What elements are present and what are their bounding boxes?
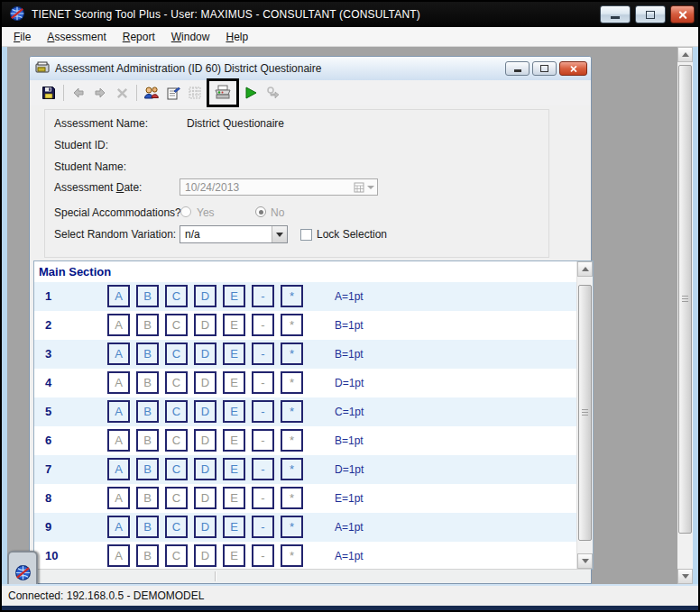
print-button[interactable] bbox=[213, 83, 233, 103]
answer-button-6-D[interactable]: D bbox=[194, 429, 216, 452]
answer-button-3-E[interactable]: E bbox=[223, 343, 245, 365]
back-button[interactable] bbox=[68, 82, 89, 104]
answer-button-8-D[interactable]: D bbox=[194, 487, 216, 509]
answer-button-8-E[interactable]: E bbox=[223, 487, 245, 509]
answer-button-10--[interactable]: - bbox=[252, 544, 274, 567]
answer-button-10-*[interactable]: * bbox=[281, 544, 303, 567]
lock-selection-checkbox[interactable] bbox=[300, 229, 312, 241]
answer-button-6-*[interactable]: * bbox=[281, 429, 303, 452]
answer-button-8--[interactable]: - bbox=[252, 487, 274, 509]
answer-button-6-E[interactable]: E bbox=[223, 429, 245, 452]
answer-button-9-C[interactable]: C bbox=[165, 516, 188, 538]
answer-button-8-B[interactable]: B bbox=[136, 487, 159, 509]
assessment-date-field[interactable]: 10/24/2013 bbox=[180, 178, 378, 196]
scroll-up-button[interactable] bbox=[577, 261, 593, 277]
child-restore-button[interactable] bbox=[532, 61, 557, 76]
answer-button-3-D[interactable]: D bbox=[194, 343, 216, 365]
answer-button-4-*[interactable]: * bbox=[281, 371, 303, 394]
answer-button-5-C[interactable]: C bbox=[165, 400, 188, 423]
mdi-scrollbar[interactable] bbox=[677, 47, 693, 584]
answer-button-1-E[interactable]: E bbox=[223, 285, 245, 307]
scrollbar-thumb[interactable] bbox=[578, 285, 592, 541]
answer-button-5-*[interactable]: * bbox=[281, 400, 303, 423]
answer-button-5-E[interactable]: E bbox=[223, 400, 245, 423]
answer-button-4--[interactable]: - bbox=[252, 371, 274, 394]
answer-button-4-A[interactable]: A bbox=[107, 371, 130, 394]
answer-button-1-*[interactable]: * bbox=[281, 285, 303, 307]
answer-button-4-B[interactable]: B bbox=[136, 371, 159, 394]
answer-button-3-C[interactable]: C bbox=[165, 343, 188, 365]
accommodations-no-radio[interactable] bbox=[255, 206, 266, 217]
answer-button-9-A[interactable]: A bbox=[107, 516, 130, 538]
answer-button-7-B[interactable]: B bbox=[136, 458, 159, 480]
menu-item-file[interactable]: File bbox=[5, 28, 39, 46]
menu-item-report[interactable]: Report bbox=[115, 28, 163, 46]
grid-button[interactable] bbox=[184, 82, 206, 104]
answer-button-1-B[interactable]: B bbox=[136, 285, 159, 307]
answer-button-9-*[interactable]: * bbox=[281, 516, 303, 538]
delete-button[interactable] bbox=[111, 82, 133, 104]
students-button[interactable] bbox=[141, 82, 162, 104]
answer-button-1-A[interactable]: A bbox=[107, 285, 130, 307]
answer-button-5--[interactable]: - bbox=[252, 400, 274, 423]
answer-button-5-D[interactable]: D bbox=[194, 400, 216, 423]
answer-button-2-E[interactable]: E bbox=[223, 314, 245, 336]
answer-button-7-E[interactable]: E bbox=[223, 458, 245, 480]
answer-button-2-A[interactable]: A bbox=[107, 314, 130, 336]
answer-button-3-A[interactable]: A bbox=[107, 343, 130, 365]
answer-button-5-B[interactable]: B bbox=[136, 400, 159, 423]
child-minimize-button[interactable] bbox=[505, 61, 530, 76]
forward-button[interactable] bbox=[89, 82, 111, 104]
answer-button-4-D[interactable]: D bbox=[194, 371, 216, 394]
answer-button-10-C[interactable]: C bbox=[165, 544, 188, 567]
answer-button-3-B[interactable]: B bbox=[136, 343, 159, 365]
run-button[interactable] bbox=[240, 82, 262, 104]
scroll-down-button[interactable] bbox=[577, 553, 593, 569]
minimized-child-window[interactable] bbox=[7, 551, 38, 584]
goto-button[interactable] bbox=[262, 82, 283, 104]
mdi-scroll-up-button[interactable] bbox=[677, 47, 693, 62]
answer-button-1--[interactable]: - bbox=[252, 285, 274, 307]
answer-button-10-B[interactable]: B bbox=[136, 544, 159, 567]
combo-dropdown-icon[interactable] bbox=[272, 226, 287, 242]
random-variation-select[interactable]: n/a bbox=[180, 225, 288, 243]
answer-button-9--[interactable]: - bbox=[252, 516, 274, 538]
answer-button-10-A[interactable]: A bbox=[107, 544, 130, 567]
answer-button-2-B[interactable]: B bbox=[136, 314, 159, 336]
answer-button-7-C[interactable]: C bbox=[165, 458, 188, 480]
answer-button-7-A[interactable]: A bbox=[107, 458, 130, 480]
save-button[interactable] bbox=[38, 82, 60, 104]
answer-button-9-E[interactable]: E bbox=[223, 516, 245, 538]
answer-button-3--[interactable]: - bbox=[252, 343, 274, 365]
minimize-button[interactable] bbox=[600, 5, 631, 23]
answer-button-7-*[interactable]: * bbox=[281, 458, 303, 480]
answer-button-8-*[interactable]: * bbox=[281, 487, 303, 509]
answer-button-9-D[interactable]: D bbox=[194, 516, 216, 538]
section-scrollbar[interactable] bbox=[576, 261, 593, 569]
mdi-scroll-down-button[interactable] bbox=[677, 569, 693, 584]
answer-button-10-E[interactable]: E bbox=[223, 544, 245, 567]
answer-button-7-D[interactable]: D bbox=[194, 458, 216, 480]
answer-button-6-A[interactable]: A bbox=[107, 429, 130, 452]
answer-button-6-C[interactable]: C bbox=[165, 429, 188, 452]
answer-button-8-A[interactable]: A bbox=[107, 487, 130, 509]
close-button[interactable] bbox=[670, 5, 695, 23]
answer-button-1-C[interactable]: C bbox=[165, 285, 188, 307]
answer-button-8-C[interactable]: C bbox=[165, 487, 188, 509]
restore-button[interactable] bbox=[635, 5, 666, 23]
menu-item-window[interactable]: Window bbox=[163, 28, 218, 46]
answer-button-6--[interactable]: - bbox=[252, 429, 274, 452]
answer-button-1-D[interactable]: D bbox=[194, 285, 216, 307]
menu-item-help[interactable]: Help bbox=[217, 28, 256, 46]
answer-button-2-*[interactable]: * bbox=[281, 314, 303, 336]
answer-button-5-A[interactable]: A bbox=[107, 400, 130, 423]
accommodations-yes-radio[interactable] bbox=[180, 206, 191, 217]
child-close-button[interactable] bbox=[559, 61, 587, 76]
answer-button-10-D[interactable]: D bbox=[194, 544, 216, 567]
answer-button-7--[interactable]: - bbox=[252, 458, 274, 480]
properties-button[interactable] bbox=[162, 82, 184, 104]
answer-button-2--[interactable]: - bbox=[252, 314, 274, 336]
menu-item-assessment[interactable]: Assessment bbox=[39, 28, 114, 46]
answer-button-4-E[interactable]: E bbox=[223, 371, 245, 394]
answer-button-3-*[interactable]: * bbox=[281, 343, 303, 365]
